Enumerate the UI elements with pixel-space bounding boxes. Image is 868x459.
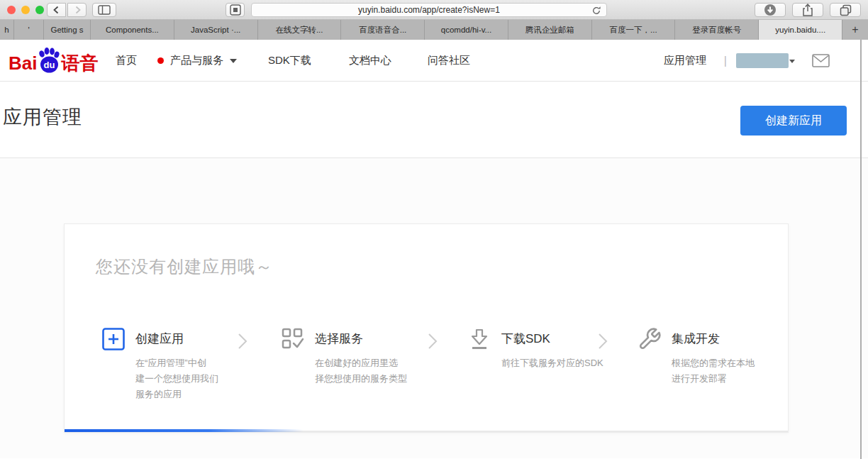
step-create-app: 创建应用 在“应用管理”中创 建一个您想使用我们 服务的应用 <box>101 327 218 402</box>
step-title: 创建应用 <box>135 327 218 351</box>
close-window-button[interactable] <box>7 6 16 14</box>
step-title: 选择服务 <box>315 327 407 351</box>
plus-square-icon <box>101 327 126 402</box>
create-app-button[interactable]: 创建新应用 <box>740 106 847 136</box>
fullscreen-window-button[interactable] <box>35 6 44 14</box>
chevron-right-icon <box>423 332 442 353</box>
tab-6[interactable]: 百度语音合... <box>341 20 425 40</box>
logo-text-product: 语音 <box>61 49 98 77</box>
account-chevron-down-icon[interactable] <box>789 60 795 63</box>
page-title-bar: 应用管理 创建新应用 <box>0 82 868 158</box>
extension-button[interactable] <box>226 3 245 17</box>
step-title: 集成开发 <box>672 327 755 351</box>
nav-sdk-download[interactable]: SDK下载 <box>268 40 311 82</box>
download-icon <box>467 327 491 371</box>
tab-1[interactable]: ' <box>14 20 44 40</box>
nav-products[interactable]: 产品与服务 <box>157 40 237 82</box>
svg-text:du: du <box>44 60 55 70</box>
share-button[interactable] <box>792 3 823 17</box>
step-desc-line: 在创建好的应用里选 <box>315 355 407 371</box>
browser-toolbar: yuyin.baidu.com/app/create?isNew=1 <box>0 0 868 20</box>
baidu-voice-logo[interactable]: Bai du 语音 <box>9 46 98 77</box>
step-desc-line: 进行开发部署 <box>672 371 755 387</box>
page-title: 应用管理 <box>3 104 82 130</box>
tab-overview-button[interactable] <box>830 3 861 17</box>
account-badge[interactable] <box>736 53 789 68</box>
step-desc-line: 根据您的需求在本地 <box>672 355 755 371</box>
chevron-down-icon <box>230 59 237 63</box>
share-icon <box>802 4 813 16</box>
extension-icon <box>230 4 241 16</box>
progress-bar <box>65 429 788 432</box>
step-desc-line: 建一个您想使用我们 <box>135 371 218 387</box>
tab-9[interactable]: 百度一下，... <box>592 20 676 40</box>
sidebar-toggle-button[interactable] <box>92 3 116 17</box>
new-tab-button[interactable]: + <box>842 20 868 40</box>
page-content: 您还没有创建应用哦～ 创建应用 在“应用管理”中创 建一个您想使用我们 服务的应… <box>0 158 868 458</box>
address-bar[interactable]: yuyin.baidu.com/app/create?isNew=1 <box>251 3 607 17</box>
reload-button[interactable] <box>591 6 601 18</box>
site-header: Bai du 语音 首页 产品与服务 SDK下载 文档中心 问答社区 应用管理 <box>0 40 868 82</box>
step-title: 下载SDK <box>501 327 603 351</box>
nav-home[interactable]: 首页 <box>116 40 137 82</box>
header-divider: | <box>724 55 727 67</box>
wrench-icon <box>638 327 662 387</box>
mail-icon <box>812 54 830 67</box>
tab-7[interactable]: qcomdd/hi-v... <box>425 20 508 40</box>
tab-3[interactable]: Components... <box>91 20 174 40</box>
history-nav-group <box>47 3 87 17</box>
toolbar-right-group <box>755 3 861 17</box>
forward-button[interactable] <box>67 3 87 17</box>
step-desc-line: 择您想使用的服务类型 <box>315 371 407 387</box>
back-icon <box>52 6 61 14</box>
tab-8[interactable]: 腾讯企业邮箱 <box>508 20 592 40</box>
chevron-right-icon <box>594 332 612 353</box>
tab-2[interactable]: Getting s <box>44 20 91 40</box>
minimize-window-button[interactable] <box>21 6 30 14</box>
logo-text-bai: Bai <box>9 49 37 77</box>
step-select-service: 选择服务 在创建好的应用里选 择您想使用的服务类型 <box>281 327 407 387</box>
step-desc-line: 服务的应用 <box>135 387 218 402</box>
chevron-right-icon <box>233 332 252 353</box>
tab-0[interactable]: h <box>0 20 14 40</box>
services-grid-icon <box>281 327 305 387</box>
empty-state-message: 您还没有创建应用哦～ <box>96 255 273 278</box>
step-desc-line: 在“应用管理”中创 <box>135 355 218 371</box>
scrollbar[interactable] <box>860 40 862 459</box>
tab-4[interactable]: JavaScript ·... <box>174 20 258 40</box>
empty-state-card: 您还没有创建应用哦～ 创建应用 在“应用管理”中创 建一个您想使用我们 服务的应… <box>64 223 789 433</box>
reload-icon <box>591 6 601 16</box>
nav-products-label: 产品与服务 <box>170 54 223 67</box>
baidu-paw-icon: du <box>35 46 62 77</box>
step-desc-line: 前往下载服务对应的SDK <box>501 355 603 371</box>
nav-app-manage[interactable]: 应用管理 <box>664 40 706 82</box>
tab-5[interactable]: 在线文字转... <box>258 20 342 40</box>
mail-button[interactable] <box>812 54 830 70</box>
notification-dot-icon <box>157 57 164 64</box>
tab-10[interactable]: 登录百度帐号 <box>675 20 759 40</box>
safari-window: yuyin.baidu.com/app/create?isNew=1 h ' G… <box>0 0 868 459</box>
window-controls <box>7 6 44 14</box>
url-text: yuyin.baidu.com/app/create?isNew=1 <box>358 5 500 15</box>
tab-overview-icon <box>840 4 852 16</box>
forward-icon <box>73 6 82 14</box>
step-download-sdk: 下载SDK 前往下载服务对应的SDK <box>467 327 603 371</box>
tab-bar: h ' Getting s Components... JavaScript ·… <box>0 20 868 40</box>
step-integrate-develop: 集成开发 根据您的需求在本地 进行开发部署 <box>638 327 755 387</box>
sidebar-icon <box>98 5 111 15</box>
downloads-icon <box>764 4 777 16</box>
downloads-button[interactable] <box>755 3 786 17</box>
tab-active-yuyin[interactable]: yuyin.baidu.... <box>759 20 842 40</box>
nav-qa-community[interactable]: 问答社区 <box>428 40 470 82</box>
nav-doc-center[interactable]: 文档中心 <box>349 40 391 82</box>
back-button[interactable] <box>47 3 66 17</box>
